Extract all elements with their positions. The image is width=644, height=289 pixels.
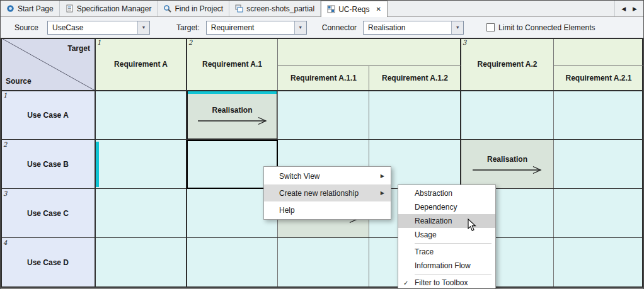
tab-screen-shots-partial[interactable]: screen-shots_partial xyxy=(229,1,321,16)
tab-uc-reqs[interactable]: UC-Reqs ✕ xyxy=(321,1,388,17)
col-header-requirement-a[interactable]: Requirement A xyxy=(95,38,187,91)
dropdown-arrow-icon[interactable]: ▼ xyxy=(294,21,306,34)
tab-scroll-right-icon[interactable]: ▶ xyxy=(633,6,637,12)
search-icon xyxy=(163,4,171,13)
relationship-label: Realisation xyxy=(487,155,527,164)
menu-item-switch-view[interactable]: Switch View ▶ xyxy=(264,167,391,184)
tab-label: Start Page xyxy=(18,4,54,13)
tab-label: Specification Manager xyxy=(77,4,152,13)
col-header-requirement-a1[interactable]: Requirement A.1 xyxy=(187,38,278,91)
relationship-matrix-window: Start Page Specification Manager Find in… xyxy=(0,0,644,289)
tab-start-page[interactable]: Start Page xyxy=(1,1,60,16)
selected-row-indicator xyxy=(96,142,99,187)
col-group-requirement-a1-spacer xyxy=(278,38,461,65)
submenu-arrow-icon: ▶ xyxy=(381,173,384,179)
submenu-item-abstraction[interactable]: Abstraction xyxy=(398,186,495,200)
col-header-requirement-a21[interactable]: Requirement A.2.1 xyxy=(554,65,643,91)
create-relationship-submenu: Abstraction Dependency Realization Usage… xyxy=(398,184,496,289)
tab-scroll-controls: ◀ ▶ xyxy=(614,1,643,16)
row-header-use-case-d[interactable]: Use Case D xyxy=(1,238,95,287)
corner-source-label: Source xyxy=(6,77,32,86)
submenu-item-label: Realization xyxy=(415,217,452,225)
tab-label: Find in Project xyxy=(175,4,223,13)
col-header-label: Requirement A.2 xyxy=(478,60,538,69)
mouse-cursor xyxy=(468,218,476,232)
tab-specification-manager[interactable]: Specification Manager xyxy=(60,1,158,16)
tab-label: UC-Reqs xyxy=(338,5,369,14)
relationship-label: Realisation xyxy=(212,106,252,115)
row-header-label: Use Case A xyxy=(27,111,69,120)
tab-bar: Start Page Specification Manager Find in… xyxy=(1,1,643,17)
col-header-label: Requirement A.2.1 xyxy=(566,74,632,82)
menu-item-label: Create new relationship xyxy=(279,189,359,198)
row-number: 3 xyxy=(3,190,7,197)
source-dropdown[interactable]: UseCase ▼ xyxy=(47,21,150,35)
matrix-icon xyxy=(327,5,335,13)
col-header-label: Requirement A.1.2 xyxy=(382,74,448,82)
menu-item-create-new-relationship[interactable]: Create new relationship ▶ xyxy=(264,184,391,201)
menu-separator xyxy=(415,274,492,275)
dropdown-arrow-icon[interactable]: ▼ xyxy=(137,21,149,34)
menu-separator xyxy=(415,243,492,244)
matrix-cell-usecase-b-req-a2[interactable]: Realisation xyxy=(461,140,554,189)
row-header-use-case-a[interactable]: Use Case A xyxy=(1,91,95,140)
matrix-toolbar: Source UseCase ▼ Target: Requirement ▼ C… xyxy=(1,17,643,38)
col-group-requirement-a2-spacer xyxy=(554,38,643,65)
submenu-item-trace[interactable]: Trace xyxy=(398,245,495,259)
connector-label: Connector xyxy=(322,23,357,32)
submenu-item-usage[interactable]: Usage xyxy=(398,228,495,242)
submenu-item-label: Information Flow xyxy=(415,261,471,270)
target-label: Target: xyxy=(176,23,200,32)
close-icon[interactable]: ✕ xyxy=(376,6,381,13)
row-number: 1 xyxy=(3,92,7,99)
source-dropdown-value: UseCase xyxy=(48,23,137,32)
row-number: 2 xyxy=(3,141,7,148)
col-header-requirement-a11[interactable]: Requirement A.1.1 xyxy=(278,65,369,91)
relationship-matrix[interactable]: Target Source Requirement A Requirement … xyxy=(1,38,643,288)
submenu-item-label: Filter to Toolbox xyxy=(415,278,468,287)
tab-scroll-left-icon[interactable]: ◀ xyxy=(621,6,626,12)
col-number: 1 xyxy=(97,39,101,46)
col-header-requirement-a12[interactable]: Requirement A.1.2 xyxy=(369,65,461,91)
row-header-label: Use Case D xyxy=(27,258,69,267)
submenu-item-realization[interactable]: Realization xyxy=(398,214,495,228)
menu-item-help[interactable]: Help xyxy=(264,201,391,218)
limit-to-connected-label: Limit to Connected Elements xyxy=(498,23,595,32)
col-header-label: Requirement A.1 xyxy=(202,60,262,69)
submenu-item-label: Abstraction xyxy=(415,189,452,198)
check-icon: ✓ xyxy=(403,280,408,286)
row-header-label: Use Case B xyxy=(27,160,69,169)
submenu-item-label: Trace xyxy=(415,247,434,256)
submenu-item-label: Dependency xyxy=(415,203,457,212)
realisation-arrow-icon xyxy=(470,165,544,174)
specification-manager-icon xyxy=(66,4,74,13)
connector-dropdown[interactable]: Realisation ▼ xyxy=(363,21,464,35)
col-number: 2 xyxy=(188,39,192,46)
screenshot-icon xyxy=(235,4,243,13)
context-menu: Switch View ▶ Create new relationship ▶ … xyxy=(263,166,391,220)
source-label: Source xyxy=(14,23,38,32)
col-header-label: Requirement A.1.1 xyxy=(290,74,357,82)
matrix-corner-cell: Target Source xyxy=(1,38,95,91)
connector-dropdown-value: Realisation xyxy=(364,23,451,32)
realisation-arrow-icon xyxy=(195,116,270,125)
col-header-label: Requirement A xyxy=(114,60,168,69)
matrix-cell-usecase-a-req-a1[interactable]: Realisation xyxy=(187,91,278,140)
col-number: 3 xyxy=(463,39,466,46)
submenu-item-label: Usage xyxy=(415,230,437,239)
submenu-item-filter-to-toolbox[interactable]: ✓ Filter to Toolbox xyxy=(398,276,495,289)
row-header-label: Use Case C xyxy=(27,209,69,218)
row-header-use-case-b[interactable]: Use Case B xyxy=(1,140,95,189)
col-header-requirement-a2[interactable]: Requirement A.2 xyxy=(461,38,554,91)
submenu-item-information-flow[interactable]: Information Flow xyxy=(398,259,495,273)
submenu-item-dependency[interactable]: Dependency xyxy=(398,200,495,214)
row-number: 4 xyxy=(3,239,7,246)
target-dropdown[interactable]: Requirement ▼ xyxy=(206,21,307,35)
tab-find-in-project[interactable]: Find in Project xyxy=(158,1,229,16)
menu-item-label: Switch View xyxy=(279,172,319,181)
submenu-arrow-icon: ▶ xyxy=(381,190,384,196)
target-dropdown-value: Requirement xyxy=(207,23,294,32)
row-header-use-case-c[interactable]: Use Case C xyxy=(1,189,95,238)
dropdown-arrow-icon[interactable]: ▼ xyxy=(451,21,463,34)
limit-to-connected-checkbox[interactable] xyxy=(486,23,495,31)
